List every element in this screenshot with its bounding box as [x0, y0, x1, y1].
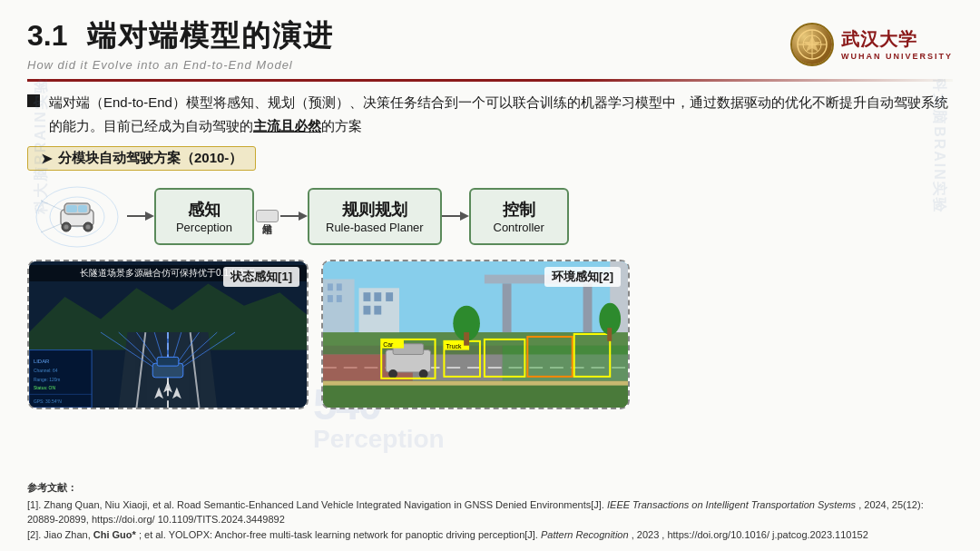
- left-image-label: 状态感知[1]: [223, 267, 299, 287]
- svg-marker-23: [460, 212, 469, 221]
- header-divider: [27, 79, 953, 82]
- svg-text:Range: 120m: Range: 120m: [34, 378, 61, 382]
- title-zh: 端对端模型的演进: [87, 16, 334, 56]
- section-label: ➤ 分模块自动驾驶方案（2010-）: [27, 146, 256, 171]
- svg-rect-57: [337, 295, 342, 302]
- flow-diagram: 感知 Perception 感知结果 规则规划 Rule-based Plane…: [27, 180, 953, 252]
- right-image-label: 环境感知[2]: [544, 267, 621, 287]
- slide: 科大脑BRAIN实验 科大脑BRAIN实验 3.1 端对端模型的演进 How d…: [0, 0, 980, 551]
- svg-rect-61: [386, 292, 393, 301]
- planer-en: Rule-based Planer: [326, 221, 424, 234]
- right-image-card: Car Truck: [321, 260, 630, 409]
- svg-rect-66: [583, 283, 593, 332]
- svg-point-16: [64, 224, 69, 229]
- svg-rect-87: [323, 381, 628, 386]
- logo-text-en: WUHAN UNIVERSITY: [841, 52, 953, 61]
- ref2-details: , 2023 , https://doi.org/10.1016/ j.patc…: [632, 529, 868, 540]
- svg-point-76: [419, 369, 428, 379]
- intro-bold: 主流且必然: [253, 118, 321, 133]
- left-image-sim: 长隧道场景多源融合仿可保持优于0.1米车道: [29, 261, 307, 408]
- ref1-journal: IEEE Transactions on Intelligent Transpo…: [607, 499, 856, 510]
- car-svg: [32, 182, 122, 251]
- ref2-bold: Chi Guo*: [93, 529, 136, 540]
- svg-rect-89: [464, 332, 469, 346]
- title-en: How did it Evolve into an End-to-End Mod…: [27, 58, 790, 72]
- ref1-authors: [1]. Zhang Quan, Niu Xiaoji, et al. Road…: [27, 499, 604, 510]
- controller-zh: 控制: [487, 199, 551, 221]
- svg-text:Channel: 64: Channel: 64: [34, 369, 58, 373]
- svg-rect-62: [363, 306, 370, 315]
- svg-rect-59: [363, 292, 370, 301]
- svg-point-17: [86, 224, 91, 229]
- title-block: 3.1 端对端模型的演进 How did it Evolve into an E…: [27, 16, 790, 72]
- planer-zh: 规则规划: [326, 199, 424, 221]
- svg-point-75: [388, 369, 397, 379]
- references-section: 参考文献： [1]. Zhang Quan, Niu Xiaoji, et al…: [27, 480, 953, 542]
- logo-svg: [796, 28, 828, 61]
- perception-zh: 感知: [172, 199, 236, 221]
- svg-rect-54: [328, 283, 333, 290]
- ref2-authors: [2]. Jiao Zhan,: [27, 529, 91, 540]
- svg-rect-13: [78, 205, 87, 212]
- flow-box-perception: 感知 Perception: [154, 188, 254, 245]
- logo-text-zh: 武汉大学: [841, 27, 917, 52]
- logo-pattern: [792, 25, 832, 64]
- logo-area: 武汉大学 WUHAN UNIVERSITY: [790, 23, 953, 66]
- main-content: 端对端（End-to-End）模型将感知、规划（预测）、决策任务结合到一个可以联…: [0, 91, 980, 409]
- images-row: 长隧道场景多源融合仿可保持优于0.1米车道: [27, 260, 953, 409]
- svg-rect-55: [337, 283, 342, 290]
- svg-marker-19: [145, 212, 154, 221]
- ref1: [1]. Zhang Quan, Niu Xiaoji, et al. Road…: [27, 497, 953, 527]
- svg-text:GPS: 30.54°N: GPS: 30.54°N: [34, 399, 62, 404]
- svg-rect-12: [66, 205, 77, 212]
- intro-text-part2: 的方案: [321, 118, 362, 133]
- flow-mid-label: 感知结果: [256, 210, 279, 222]
- ref2: [2]. Jiao Zhan, Chi Guo* ; et al. YOLOPX…: [27, 527, 953, 543]
- intro-text-content: 端对端（End-to-End）模型将感知、规划（预测）、决策任务结合到一个可以联…: [49, 91, 953, 137]
- svg-rect-63: [374, 306, 381, 315]
- header: 3.1 端对端模型的演进 How did it Evolve into an E…: [0, 0, 980, 79]
- svg-rect-56: [328, 295, 333, 302]
- bg-perception-text: Perception: [313, 425, 445, 454]
- flow-box-planer: 规则规划 Rule-based Planer: [308, 188, 442, 245]
- ref2-middle: ; et al. YOLOPX: Anchor-free multi-task …: [139, 529, 538, 540]
- intro-text-part1: 端对端（End-to-End）模型将感知、规划（预测）、决策任务结合到一个可以联…: [49, 94, 948, 133]
- svg-text:Status: ON: Status: ON: [34, 387, 56, 391]
- university-logo: [790, 23, 834, 66]
- section-number: 3.1: [27, 19, 67, 53]
- controller-en: Controller: [487, 221, 551, 234]
- section-label-text: 分模块自动驾驶方案（2010-）: [58, 150, 242, 167]
- perception-en: Perception: [172, 221, 236, 234]
- left-image-card: 长隧道场景多源融合仿可保持优于0.1米车道: [27, 260, 309, 409]
- svg-text:Car: Car: [383, 341, 394, 348]
- svg-text:Truck: Truck: [446, 343, 462, 349]
- svg-rect-91: [607, 328, 612, 341]
- arrow1-svg: [127, 207, 154, 225]
- svg-text:LIDAR: LIDAR: [34, 359, 49, 364]
- intro-paragraph: 端对端（End-to-End）模型将感知、规划（预测）、决策任务结合到一个可以联…: [27, 91, 953, 137]
- car-icon-area: [27, 180, 127, 252]
- ref-title: 参考文献：: [27, 480, 953, 496]
- ref2-journal: Pattern Recognition: [541, 529, 629, 540]
- arrow3-svg: [442, 207, 469, 225]
- right-image-sim: Car Truck: [323, 261, 628, 408]
- arrow2-svg: [280, 207, 308, 225]
- svg-rect-60: [374, 292, 381, 301]
- svg-rect-65: [503, 283, 512, 332]
- svg-marker-21: [299, 212, 308, 221]
- svg-rect-40: [157, 357, 179, 366]
- flow-box-controller: 控制 Controller: [469, 188, 569, 245]
- flow-section: 感知 Perception 感知结果 规则规划 Rule-based Plane…: [27, 180, 953, 409]
